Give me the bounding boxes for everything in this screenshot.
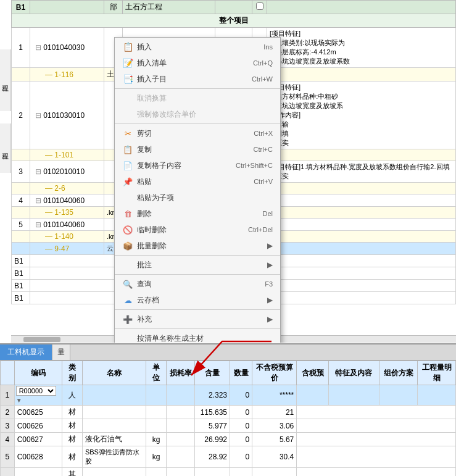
col-code-header: 编码 — [14, 361, 62, 385]
row-price-b6: 1 — [252, 468, 297, 477]
menu-cut-shortcut: Ctrl+X — [254, 130, 273, 137]
row-sub-id-5a: — 1-140 — [30, 231, 104, 243]
row-code-b3: C00626 — [14, 419, 62, 433]
row-name-b4: 液化石油气 — [82, 433, 146, 446]
menu-insert-sub[interactable]: 📑 插入子目 Ctrl+W — [115, 71, 280, 87]
separator-3 — [115, 255, 280, 256]
row-code-b1: R00000 ▼ — [14, 385, 62, 406]
menu-cut-label: 剪切 — [137, 128, 249, 139]
row-code-b5: C00628 — [14, 446, 62, 468]
bottom-header: 编码 类别 名称 单位 损耗率 含量 数量 不含税预算价 含税预 特征及内容 组… — [1, 361, 456, 385]
menu-delete[interactable]: 🗑 删除 Del — [115, 206, 280, 222]
menu-temp-delete[interactable]: 🚫 临时删除 Ctrl+Del — [115, 222, 280, 238]
menu-paste-shortcut: Ctrl+V — [254, 178, 273, 185]
menu-annotate[interactable]: 批注 ▶ — [115, 257, 280, 273]
row-unit-b2 — [146, 406, 167, 419]
menu-search[interactable]: 🔍 查询 F3 — [115, 276, 280, 292]
menu-copy[interactable]: 📋 复制 Ctrl+C — [115, 141, 280, 157]
menu-gen-material-by-list[interactable]: 按清单名称生成主材 — [115, 330, 280, 343]
tab-gongliaoji[interactable]: 工料机显示 — [0, 344, 52, 360]
row-name-b2 — [82, 406, 146, 419]
menu-insert-sub-label: 插入子目 — [137, 74, 247, 85]
header-checkbox[interactable] — [256, 2, 263, 10]
row-name-b5: SBS弹性沥青防水胶 — [82, 446, 146, 468]
row-unit-b1 — [146, 385, 167, 406]
menu-insert-list[interactable]: 📝 插入清单 Ctrl+Q — [115, 55, 280, 71]
menu-copy-cell[interactable]: 📄 复制格子内容 Ctrl+Shift+C — [115, 157, 280, 173]
menu-cancel-calc[interactable]: 取消换算 — [115, 90, 280, 106]
row-amount-b1: 2.323 — [195, 385, 230, 406]
menu-paste[interactable]: 📌 粘贴 Ctrl+V — [115, 173, 280, 190]
menu-batch-delete[interactable]: 📦 批量删除 ▶ — [115, 238, 280, 254]
temp-delete-icon: 🚫 — [122, 224, 133, 235]
col-unit-header: 单位 — [146, 361, 167, 385]
batch-delete-icon: 📦 — [122, 240, 133, 251]
row-type-b6: 其他 — [62, 468, 82, 477]
tab-liang[interactable]: 量 — [52, 344, 70, 360]
row-id: ⊟ 0101040030 — [30, 28, 104, 68]
paste-sub-icon — [122, 192, 133, 203]
menu-batch-delete-label: 批量删除 — [137, 241, 265, 251]
row-num-b6: 6 — [1, 468, 15, 477]
row-num-b3: 3 — [1, 419, 15, 433]
row-amount-b4: 26.992 — [195, 433, 230, 446]
project-header-row: 整个项目 — [12, 14, 456, 28]
col-header-dept: 部 — [104, 1, 123, 14]
row-loserate-b5 — [166, 446, 194, 468]
cloud-arrow: ▶ — [267, 296, 273, 304]
copy-cell-icon: 📄 — [122, 160, 133, 171]
row-type-b2: 材 — [62, 406, 82, 419]
col-type-header: 类别 — [62, 361, 82, 385]
row-price-b4: 5.67 — [252, 433, 297, 446]
row-count-b6: 0 — [230, 468, 252, 477]
supplement-icon: ➕ — [122, 314, 133, 325]
row-loserate-b1 — [166, 385, 194, 406]
row-count-b3: 0 — [230, 419, 252, 433]
row-sub-id: — 1-116 — [30, 68, 104, 81]
menu-supplement[interactable]: ➕ 补充 ▶ — [115, 311, 280, 327]
menu-search-label: 查询 — [137, 279, 260, 290]
col-taxprice-header: 含税预 — [297, 361, 329, 385]
row-id-5: ⊟ 0101040060 — [30, 219, 104, 231]
menu-copy-cell-label: 复制格子内容 — [137, 161, 231, 171]
list-item: 6 ZHFY 其他 综合费用 元 43.29 0 1 — [1, 468, 456, 477]
bottom-tabs: 工料机显示 量 — [0, 344, 456, 361]
row-type-b5: 材 — [62, 446, 82, 468]
row-count-b5: 0 — [230, 446, 252, 468]
row-num-b4: 4 — [1, 433, 15, 446]
code-select-1[interactable]: R00000 — [16, 386, 56, 396]
row-taxprice-b1 — [297, 385, 329, 406]
col-header-name: 土石方工程 — [123, 1, 215, 14]
row-id-2: ⊟ 0101030010 — [30, 81, 104, 149]
top-grid: 工程 工程 B1 部 土石方工程 整个项目 — [0, 0, 456, 343]
bottom-table: 编码 类别 名称 单位 损耗率 含量 数量 不含税预算价 含税预 特征及内容 组… — [0, 361, 456, 476]
menu-delete-shortcut: Del — [262, 210, 273, 217]
menu-cancel-calc-label: 取消换算 — [137, 93, 273, 104]
list-item: 2 C00625 材 115.635 0 21 — [1, 406, 456, 419]
row-amount-b5: 28.92 — [195, 446, 230, 468]
menu-cut[interactable]: ✂ 剪切 Ctrl+X — [115, 125, 280, 141]
cut-icon: ✂ — [122, 128, 133, 139]
copy-icon: 📋 — [122, 144, 133, 155]
row-count-b2: 0 — [230, 406, 252, 419]
menu-paste-label: 粘贴 — [137, 177, 249, 187]
menu-force-price-label: 强制修改综合单价 — [137, 109, 273, 120]
row-loserate-b6 — [166, 468, 194, 477]
col-header-empty1 — [215, 1, 252, 14]
menu-paste-sub[interactable]: 粘贴为子项 — [115, 190, 280, 206]
col-loserate-header: 损耗率 — [166, 361, 194, 385]
list-item: 4 C00627 材 液化石油气 kg 26.992 0 5.67 — [1, 433, 456, 446]
menu-force-price[interactable]: 强制修改综合单价 — [115, 106, 280, 122]
menu-cloud[interactable]: ☁ 云存档 ▶ — [115, 292, 280, 308]
menu-insert-list-label: 插入清单 — [137, 58, 248, 69]
menu-insert[interactable]: 📋 插入 Ins — [115, 39, 280, 55]
col-header-num: B1 — [12, 1, 30, 14]
separator-1 — [115, 88, 280, 89]
row-detail-b1 — [418, 385, 456, 406]
col-solution-header: 组价方案 — [379, 361, 418, 385]
insert-icon: 📋 — [122, 41, 133, 52]
row-num-b1: 1 — [1, 385, 15, 406]
row-price-b1: ***** — [252, 385, 297, 406]
menu-copy-label: 复制 — [137, 144, 249, 155]
row-num-b2: 2 — [1, 406, 15, 419]
